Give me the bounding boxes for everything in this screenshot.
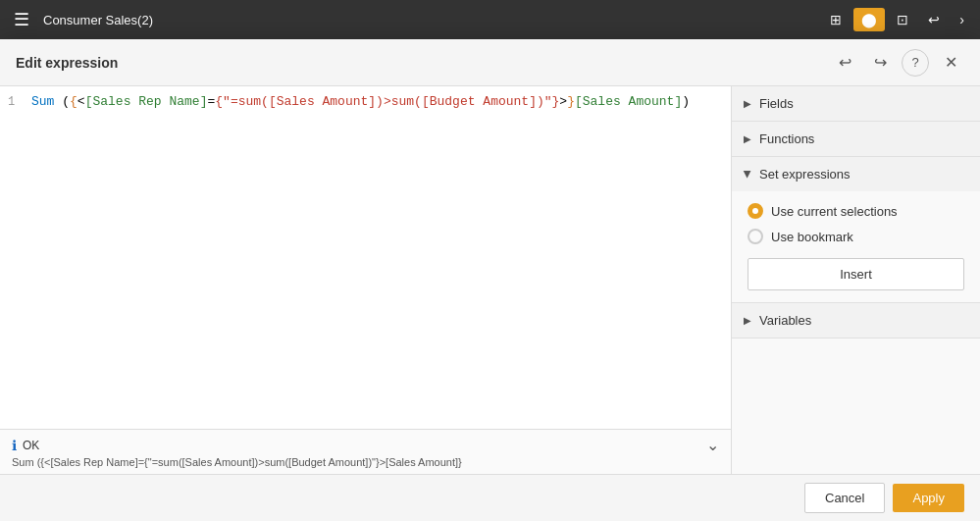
- functions-header[interactable]: ▶ Functions: [732, 122, 980, 156]
- app-title: Consumer Sales(2): [43, 13, 814, 27]
- right-panel: ▶ Fields ▶ Functions ▶ Set expressions: [732, 86, 980, 474]
- variables-chevron: ▶: [744, 315, 751, 326]
- radio-use-current-label: Use current selections: [771, 204, 898, 219]
- variables-title: Variables: [759, 313, 811, 328]
- status-expression: Sum ({<[Sales Rep Name]={"=sum([Sales Am…: [12, 456, 719, 468]
- set-expressions-chevron: ▶: [743, 171, 753, 179]
- status-info-icon: ℹ: [12, 438, 17, 453]
- set-expressions-header[interactable]: ▶ Set expressions: [732, 157, 980, 191]
- line-number: 1: [8, 94, 31, 109]
- top-bar: ☰ Consumer Sales(2) ⊞ ⬤ ⊡ ↩ ›: [0, 0, 980, 39]
- editor-status: ℹ OK ⌄ Sum ({<[Sales Rep Name]={"=sum([S…: [0, 429, 731, 474]
- variables-header[interactable]: ▶ Variables: [732, 303, 980, 338]
- radio-use-bookmark-circle[interactable]: [748, 229, 763, 244]
- functions-section: ▶ Functions: [732, 122, 980, 157]
- status-expand-button[interactable]: ⌄: [706, 436, 719, 454]
- fields-section: ▶ Fields: [732, 86, 980, 122]
- insert-button[interactable]: Insert: [748, 258, 964, 290]
- undo-button[interactable]: ↩: [831, 49, 858, 77]
- toolbar-icon-1[interactable]: ⊞: [822, 8, 850, 31]
- edit-expression-dialog: Edit expression ↩ ↪ ? ✕ 1 Sum ({<[Sales …: [0, 39, 980, 521]
- set-expressions-section: ▶ Set expressions Use current selections…: [732, 157, 980, 303]
- code-editor[interactable]: 1 Sum ({<[Sales Rep Name]={"=sum([Sales …: [0, 86, 731, 429]
- fields-chevron: ▶: [744, 98, 751, 109]
- radio-use-bookmark-label: Use bookmark: [771, 230, 853, 244]
- status-ok-label: OK: [23, 439, 39, 452]
- dialog-header-actions: ↩ ↪ ? ✕: [831, 49, 964, 77]
- fields-header[interactable]: ▶ Fields: [732, 86, 980, 121]
- toolbar-icon-next[interactable]: ›: [952, 8, 972, 31]
- functions-chevron: ▶: [744, 133, 751, 144]
- apply-button[interactable]: Apply: [893, 484, 964, 512]
- editor-area: 1 Sum ({<[Sales Rep Name]={"=sum([Sales …: [0, 86, 732, 474]
- set-expressions-content: Use current selections Use bookmark Inse…: [732, 191, 980, 302]
- toolbar-icon-3[interactable]: ⊡: [889, 8, 916, 31]
- toolbar-icons: ⊞ ⬤ ⊡ ↩ ›: [822, 8, 972, 31]
- set-expressions-title: Set expressions: [759, 167, 851, 182]
- menu-button[interactable]: ☰: [8, 5, 35, 34]
- code-line-1: 1 Sum ({<[Sales Rep Name]={"=sum([Sales …: [0, 94, 731, 109]
- redo-button[interactable]: ↪: [866, 49, 894, 77]
- radio-use-current-circle[interactable]: [748, 203, 763, 219]
- functions-title: Functions: [759, 131, 814, 146]
- radio-use-bookmark[interactable]: Use bookmark: [748, 229, 964, 244]
- dialog-footer: Cancel Apply: [0, 474, 980, 521]
- variables-section: ▶ Variables: [732, 303, 980, 339]
- status-row: ℹ OK ⌄: [12, 436, 719, 454]
- fields-title: Fields: [759, 96, 794, 111]
- help-button[interactable]: ?: [902, 49, 929, 77]
- toolbar-icon-undo[interactable]: ↩: [920, 8, 948, 31]
- toolbar-icon-2[interactable]: ⬤: [853, 8, 885, 31]
- modal-overlay: Edit expression ↩ ↪ ? ✕ 1 Sum ({<[Sales …: [0, 39, 980, 490]
- dialog-header: Edit expression ↩ ↪ ? ✕: [0, 39, 980, 86]
- code-content[interactable]: Sum ({<[Sales Rep Name]={"=sum([Sales Am…: [31, 94, 723, 109]
- close-button[interactable]: ✕: [937, 49, 964, 77]
- cancel-button[interactable]: Cancel: [804, 483, 885, 513]
- dialog-title: Edit expression: [16, 55, 118, 71]
- radio-use-current[interactable]: Use current selections: [748, 203, 964, 219]
- dialog-body: 1 Sum ({<[Sales Rep Name]={"=sum([Sales …: [0, 86, 980, 474]
